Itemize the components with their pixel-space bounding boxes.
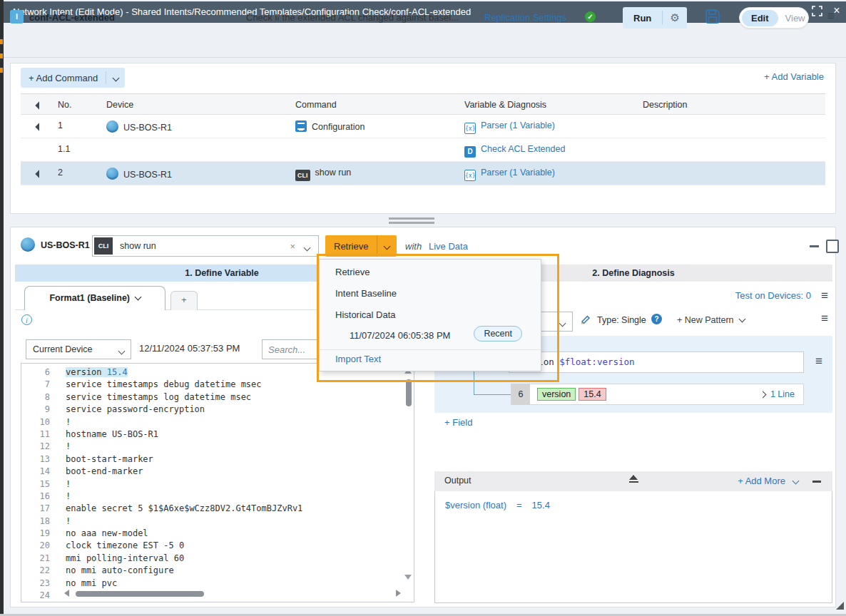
output-equals: = — [516, 500, 522, 510]
edit-view-toggle: Edit View — [739, 7, 809, 29]
menu-item-history-entry[interactable]: 11/07/2024 06:05:38 PM — [350, 330, 450, 341]
chevron-down-icon[interactable] — [305, 244, 310, 254]
match-row[interactable]: 6 version 15.4 1 Line — [511, 384, 804, 405]
help-icon[interactable]: ? — [651, 314, 662, 324]
chevron-down-icon[interactable] — [793, 478, 800, 485]
menu-icon[interactable]: ≡ — [815, 356, 822, 367]
live-data-link[interactable]: Live Data — [429, 241, 468, 252]
splitter-handle[interactable] — [389, 222, 434, 224]
toggle-view[interactable]: View — [778, 10, 812, 26]
code-line: 14boot-end-marker — [21, 466, 414, 478]
menu-item-historical-data[interactable]: Historical Data — [335, 309, 396, 320]
new-pattern-button[interactable]: + New Pattern — [677, 315, 745, 325]
parser-icon: {x} — [464, 170, 476, 181]
expand-all-caret-icon[interactable] — [36, 103, 42, 108]
add-format-tab[interactable]: + — [170, 291, 198, 310]
row-no: 1.1 — [58, 144, 70, 154]
recent-badge[interactable]: Recent — [474, 326, 522, 342]
code-line: 17enable secret 5 $1$A6xe$wCzz8DV2.Gt4To… — [21, 503, 414, 515]
check-circle-icon: ✓ — [585, 11, 596, 22]
menu-icon[interactable]: ≡ — [827, 11, 835, 22]
row-caret-icon[interactable] — [36, 124, 42, 130]
col-header-no: No. — [58, 100, 71, 110]
row-diagnosis-link[interactable]: DCheck ACL Extended — [464, 144, 565, 158]
command-combobox[interactable]: CLI show run × — [92, 235, 319, 257]
maximize-icon[interactable] — [812, 6, 822, 16]
code-line: 22no mmi auto-configure — [21, 565, 414, 577]
app-edge-strip — [0, 0, 4, 616]
collapse-output-icon[interactable] — [628, 475, 638, 483]
edge-tick — [0, 39, 3, 44]
intent-description[interactable]: Check if the extended ACL changed agains… — [246, 12, 459, 23]
col-header-command: Command — [295, 100, 337, 110]
menu-item-intent-baseline[interactable]: Intent Baseline — [335, 288, 397, 299]
config-code-editor[interactable]: 6version 15.47service timestamps debug d… — [21, 363, 414, 602]
pattern-type-label: Type: Single — [597, 315, 646, 325]
table-row-selected[interactable]: 2 US-BOS-R1 CLIshow run {x}Parser (1 Var… — [21, 162, 825, 185]
intent-icon: I — [10, 10, 24, 24]
command-table-card: + Add Command + Add Variable No. Device … — [10, 63, 836, 214]
scroll-down-icon[interactable] — [404, 575, 412, 580]
code-lines: 6version 15.47service timestamps debug d… — [21, 364, 414, 602]
code-line: 8service timestamps log datetime msec — [21, 391, 414, 404]
output-header: Output + Add More — [434, 471, 832, 491]
menu-icon[interactable]: ≡ — [821, 290, 828, 302]
splitter-handle[interactable] — [389, 217, 434, 220]
info-icon[interactable]: i — [21, 314, 32, 325]
add-command-button[interactable]: + Add Command — [21, 68, 125, 88]
device-scope-select[interactable]: Current Device — [26, 339, 131, 359]
retrieve-dropdown-menu: Retrieve Intent Baseline Historical Data… — [319, 259, 541, 371]
row-parser-link[interactable]: {x}Parser (1 Variable) — [464, 168, 555, 181]
col-header-description: Description — [643, 100, 688, 110]
horizontal-scrollbar-thumb[interactable] — [76, 591, 204, 597]
table-row[interactable]: 1 US-BOS-R1 Configuration {x}Parser (1 V… — [21, 115, 825, 138]
save-icon[interactable] — [705, 9, 720, 24]
chevron-down-icon[interactable] — [106, 76, 125, 81]
row-device: US-BOS-R1 — [106, 168, 172, 180]
maximize-panel-icon[interactable] — [826, 240, 839, 253]
test-on-devices-link[interactable]: Test on Devices: 0 — [735, 290, 811, 301]
match-value-highlight: 15.4 — [579, 388, 606, 401]
clear-icon[interactable]: × — [290, 241, 295, 252]
run-button[interactable]: Run — [623, 13, 662, 24]
code-line: 11hostname US-BOS-R1 — [21, 428, 414, 441]
add-more-link[interactable]: + Add More — [738, 476, 785, 486]
edit-pencil-icon[interactable] — [579, 313, 591, 327]
parser-icon: {x} — [464, 123, 476, 134]
row-no: 2 — [58, 168, 63, 178]
add-field-link[interactable]: + Field — [444, 417, 472, 428]
table-row[interactable]: 1.1 DCheck ACL Extended — [21, 138, 825, 162]
menu-item-retrieve[interactable]: Retrieve — [335, 267, 370, 277]
retrieve-button[interactable]: Retrieve — [325, 235, 397, 257]
command-value: show run — [120, 241, 156, 251]
match-expand[interactable]: 1 Line — [760, 389, 795, 399]
scroll-right-icon[interactable] — [396, 590, 401, 597]
output-variable-value: 15.4 — [532, 500, 550, 510]
app-window: Network Intent (Edit Mode) - Shared Inte… — [0, 0, 846, 616]
pattern-input[interactable]: version $float:version — [509, 351, 804, 373]
add-variable-link[interactable]: + Add Variable — [764, 71, 824, 82]
code-line: 21mmi polling-interval 60 — [21, 553, 414, 565]
pattern-variable: $float:version — [559, 356, 634, 367]
menu-icon[interactable]: ≡ — [821, 313, 828, 324]
minimize-panel-icon[interactable] — [810, 245, 819, 247]
chevron-down-icon[interactable] — [377, 244, 397, 249]
vertical-scrollbar-thumb[interactable] — [406, 379, 412, 406]
run-button-group: Run ⚙ — [623, 7, 687, 29]
code-line: 15! — [21, 478, 414, 491]
edge-tick — [0, 68, 3, 73]
tab-format1-baseline[interactable]: Format1 (Baseline) — [24, 286, 165, 310]
row-parser-link[interactable]: {x}Parser (1 Variable) — [464, 120, 555, 134]
match-line-number: 6 — [511, 384, 530, 404]
row-command: Configuration — [295, 120, 365, 132]
replication-settings-link[interactable]: Replication Settings — [484, 12, 566, 23]
diagnosis-icon: D — [464, 146, 476, 158]
chevron-down-icon — [119, 347, 124, 357]
menu-item-import-text[interactable]: Import Text — [335, 354, 381, 364]
minimize-output-icon[interactable] — [812, 481, 821, 483]
row-caret-icon[interactable] — [36, 171, 42, 177]
run-settings-gear-icon[interactable]: ⚙ — [663, 11, 687, 24]
scroll-left-icon[interactable] — [64, 590, 69, 597]
toggle-edit[interactable]: Edit — [742, 10, 778, 26]
window-resize-grip[interactable] — [836, 602, 844, 610]
